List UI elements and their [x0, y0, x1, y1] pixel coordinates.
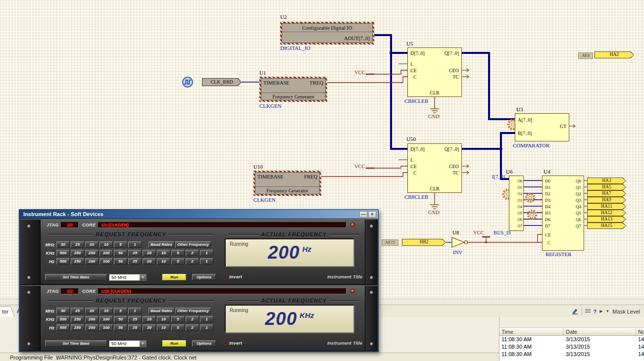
- help-icon[interactable]: ?: [594, 309, 597, 315]
- freq-button[interactable]: 200: [85, 258, 99, 265]
- invert-indicator[interactable]: [224, 342, 227, 345]
- table-row[interactable]: 11:08:30 AM 3/13/2015 148: [499, 351, 644, 358]
- port-ha12[interactable]: HA12: [587, 210, 626, 216]
- freq-button[interactable]: 5: [114, 241, 127, 248]
- options-button[interactable]: Options: [192, 274, 216, 280]
- column-header-no[interactable]: No: [636, 328, 644, 335]
- play-icon[interactable]: ▶: [599, 309, 602, 314]
- freq-button[interactable]: 10: [157, 316, 170, 322]
- freq-button[interactable]: 100: [99, 324, 113, 331]
- invert-indicator[interactable]: [224, 275, 227, 279]
- component-u3[interactable]: A[7..0] B[7..0] GT: [515, 113, 569, 141]
- window-titlebar[interactable]: Instrument Rack - Soft Devices — ×: [19, 210, 378, 219]
- mask-level-button[interactable]: Mask Level: [612, 309, 640, 315]
- freq-button[interactable]: 50: [56, 308, 70, 314]
- freq-button[interactable]: 2: [186, 250, 199, 256]
- freq-button[interactable]: 200: [85, 316, 99, 322]
- freq-button[interactable]: 1: [128, 241, 142, 248]
- freq-button[interactable]: 50: [114, 316, 127, 322]
- freq-button[interactable]: 25: [128, 316, 142, 322]
- port-ha7[interactable]: HA7: [587, 190, 626, 197]
- freq-button[interactable]: 20: [143, 250, 156, 256]
- freq-button[interactable]: 1: [200, 250, 213, 256]
- list-icon[interactable]: [585, 309, 591, 314]
- port-hb2[interactable]: HB2: [402, 239, 446, 246]
- freq-button[interactable]: 10: [99, 241, 113, 248]
- freq-button[interactable]: 1: [200, 324, 213, 331]
- freq-button[interactable]: 50: [56, 241, 70, 248]
- freq-button[interactable]: 500: [56, 250, 70, 256]
- dropdown-arrow-icon[interactable]: ▼: [140, 274, 146, 280]
- freq-button[interactable]: 500: [56, 316, 70, 322]
- baud-rates-button[interactable]: Baud Rates: [149, 308, 174, 314]
- freq-button[interactable]: 200: [85, 324, 99, 331]
- freq-button[interactable]: 500: [56, 324, 70, 331]
- port-ha9[interactable]: HA9: [587, 197, 626, 203]
- other-frequency-button[interactable]: Other Frequency: [175, 308, 211, 314]
- freq-button[interactable]: 250: [71, 316, 84, 322]
- table-row[interactable]: 11:08:30 AM 3/13/2015 148: [499, 343, 644, 351]
- freq-button[interactable]: 50: [114, 250, 127, 256]
- freq-button[interactable]: 50: [114, 258, 127, 265]
- mask-level-dropdown-icon[interactable]: ▼: [605, 309, 609, 314]
- freq-button[interactable]: 10: [99, 308, 113, 314]
- freq-button[interactable]: 25: [128, 250, 142, 256]
- freq-button[interactable]: 10: [157, 324, 170, 331]
- component-u4[interactable]: D0 D1 D2 D3 D4 D5 D6 D7 CE C Q0 Q1 Q2 Q3…: [542, 176, 584, 251]
- freq-button[interactable]: 5: [114, 308, 127, 314]
- close-button[interactable]: ×: [368, 211, 376, 218]
- freq-button[interactable]: 20: [85, 241, 99, 248]
- freq-button[interactable]: 200: [85, 250, 99, 256]
- freq-button[interactable]: 250: [71, 324, 84, 331]
- freq-button[interactable]: 100: [99, 258, 113, 265]
- component-u5[interactable]: D[7..0] L CE C Q[7..0] CEO TC CLR: [407, 47, 462, 97]
- baud-rates-button[interactable]: Baud Rates: [149, 241, 174, 248]
- port-clk-brd[interactable]: CLK_BRD: [202, 78, 242, 86]
- dropdown-arrow-icon[interactable]: ▼: [140, 341, 146, 347]
- component-u10[interactable]: TIMEBASE FREQ Frequency Generator: [253, 171, 321, 196]
- time-base-select[interactable]: 50 MHz ▼: [109, 340, 147, 347]
- freq-button[interactable]: 100: [99, 316, 113, 322]
- freq-button[interactable]: 100: [99, 250, 113, 256]
- port-ha15[interactable]: HA15: [587, 223, 626, 229]
- port-ha5[interactable]: HA5: [587, 184, 626, 190]
- freq-button[interactable]: 25: [71, 241, 84, 248]
- column-header-time[interactable]: Time: [499, 328, 564, 335]
- table-row[interactable]: 11:08:30 AM 3/13/2015 148: [499, 336, 644, 343]
- component-u2[interactable]: Configurable Digital IO AOUT[7..0]: [280, 22, 374, 45]
- set-time-base-button[interactable]: Set Time Base: [45, 274, 107, 280]
- freq-button[interactable]: 20: [85, 308, 99, 314]
- freq-button[interactable]: 5: [171, 316, 185, 322]
- freq-button[interactable]: 2: [186, 258, 199, 265]
- freq-button[interactable]: 2: [186, 316, 199, 322]
- time-base-select[interactable]: 50 MHz ▼: [109, 274, 147, 281]
- minimize-button[interactable]: —: [359, 211, 367, 218]
- freq-button[interactable]: 5: [171, 250, 185, 256]
- freq-button[interactable]: 20: [143, 316, 156, 322]
- component-u8-inverter[interactable]: [452, 237, 468, 247]
- run-button[interactable]: Run: [162, 274, 186, 280]
- port-ha11[interactable]: HA11: [587, 203, 626, 210]
- other-frequency-button[interactable]: Other Frequency: [175, 241, 211, 248]
- freq-button[interactable]: 500: [56, 258, 70, 265]
- component-u1[interactable]: TIMEBASE FREQ Frequency Generator: [259, 77, 327, 102]
- options-button[interactable]: Options: [192, 340, 216, 347]
- port-ha3[interactable]: HA3: [587, 178, 626, 184]
- freq-button[interactable]: 250: [71, 258, 84, 265]
- component-u50[interactable]: D[7..0] L CE C Q[7..0] CEO TC CLR: [407, 143, 462, 193]
- freq-button[interactable]: 20: [143, 258, 156, 265]
- freq-button[interactable]: 20: [143, 324, 156, 331]
- freq-button[interactable]: 10: [157, 258, 170, 265]
- freq-button[interactable]: 1: [200, 258, 213, 265]
- port-ha2[interactable]: HA2: [594, 51, 634, 58]
- instrument-rack-window[interactable]: Instrument Rack - Soft Devices — × JTAG …: [19, 209, 379, 352]
- run-button[interactable]: Run: [162, 340, 186, 347]
- freq-button[interactable]: 25: [71, 308, 84, 314]
- component-u6[interactable]: O0 O1 O2 O3 O4 O5 O6 O7: [509, 176, 524, 231]
- column-header-date[interactable]: Date: [564, 328, 636, 335]
- freq-button[interactable]: 25: [128, 258, 142, 265]
- freq-button[interactable]: 10: [157, 250, 170, 256]
- freq-button[interactable]: 50: [114, 324, 127, 331]
- freq-button[interactable]: 5: [171, 324, 185, 331]
- freq-button[interactable]: 1: [200, 316, 213, 322]
